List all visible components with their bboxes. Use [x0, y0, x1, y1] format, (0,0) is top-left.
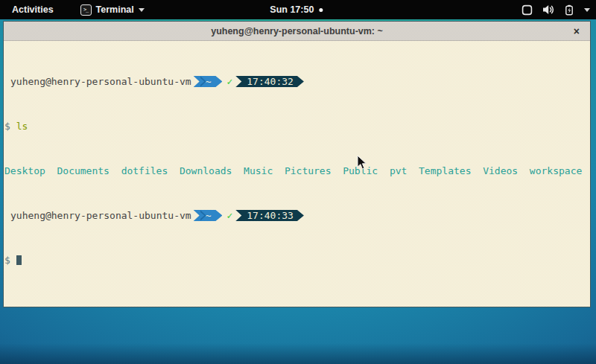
directory-entry: Templates — [419, 165, 471, 176]
clock-label: Sun 17:50 — [270, 4, 314, 15]
terminal-window: yuheng@henry-personal-ubuntu-vm: ~ × yuh… — [3, 21, 591, 307]
window-titlebar[interactable]: yuheng@henry-personal-ubuntu-vm: ~ × — [4, 22, 590, 41]
directory-entry: pvt — [390, 165, 407, 176]
close-button[interactable]: × — [574, 26, 580, 36]
prompt-symbol: $ — [4, 121, 10, 132]
screen-icon — [522, 4, 533, 16]
directory-entry: Public — [343, 165, 378, 176]
prompt-cwd: ~ — [206, 76, 212, 87]
window-title: yuheng@henry-personal-ubuntu-vm: ~ — [211, 26, 383, 36]
directory-entry: Pictures — [285, 165, 332, 176]
status-check-icon: ✓ — [226, 76, 232, 87]
chevron-down-icon — [584, 8, 590, 12]
battery-charging-icon — [564, 4, 574, 16]
prompt-time-segment: 17:40:32 — [235, 76, 304, 87]
prompt-cwd: ~ — [206, 210, 212, 221]
directory-entry: Documents — [57, 165, 109, 176]
terminal-app-icon: >_ — [80, 4, 92, 16]
prompt-line-2: yuheng@henry-personal-ubuntu-vm ~ ✓ 17:4… — [4, 210, 589, 221]
input-line[interactable]: $ — [4, 255, 589, 266]
directory-entry: dotfiles — [121, 165, 168, 176]
clock-button[interactable]: Sun 17:50 — [270, 0, 323, 19]
prompt-symbol: $ — [4, 255, 10, 266]
prompt-user-host: yuheng@henry-personal-ubuntu-vm — [10, 76, 191, 87]
activities-button[interactable]: Activities — [7, 3, 58, 16]
prompt-time-segment: 17:40:33 — [235, 210, 304, 221]
top-bar: Activities >_ Terminal Sun 17:50 — [0, 0, 596, 19]
directory-entry: workspace — [530, 165, 582, 176]
volume-icon — [542, 4, 554, 15]
app-menu-label: Terminal — [96, 4, 134, 15]
prompt-cwd-segment: ~ — [194, 76, 223, 87]
prompt-cwd-segment: ~ — [194, 210, 223, 221]
ls-output-line: DesktopDocumentsdotfilesDownloadsMusicPi… — [4, 165, 589, 176]
desktop-background: yuheng@henry-personal-ubuntu-vm: ~ × yuh… — [0, 19, 596, 364]
directory-entry: Downloads — [180, 165, 232, 176]
prompt-time: 17:40:32 — [247, 76, 294, 87]
command-text: ls — [16, 121, 28, 132]
system-status-area[interactable] — [522, 0, 590, 19]
terminal-content[interactable]: yuheng@henry-personal-ubuntu-vm ~ ✓ 17:4… — [4, 41, 590, 307]
chevron-down-icon — [139, 8, 145, 12]
prompt-line-1: yuheng@henry-personal-ubuntu-vm ~ ✓ 17:4… — [4, 76, 589, 87]
directory-entry: Music — [244, 165, 273, 176]
directory-entry: Desktop — [4, 165, 45, 176]
directory-entry: Videos — [483, 165, 518, 176]
app-menu-terminal[interactable]: >_ Terminal — [80, 4, 145, 16]
terminal-cursor — [16, 255, 22, 265]
notification-dot-icon — [319, 8, 323, 12]
status-check-icon: ✓ — [226, 210, 232, 221]
terminal-app-icon-glyph: >_ — [83, 7, 88, 13]
prompt-time: 17:40:33 — [247, 210, 294, 221]
prompt-user-host: yuheng@henry-personal-ubuntu-vm — [10, 210, 191, 221]
command-line: $ ls — [4, 121, 589, 132]
